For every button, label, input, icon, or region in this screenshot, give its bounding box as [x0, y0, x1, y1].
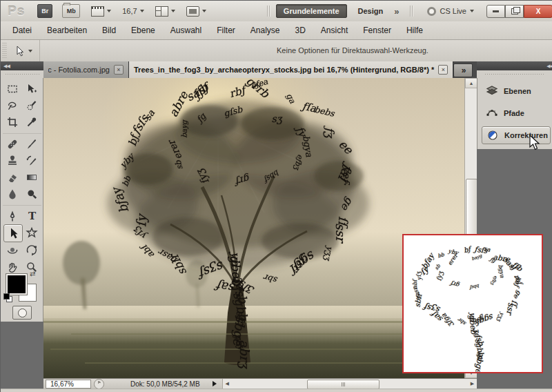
quick-mask-button[interactable] [12, 306, 32, 320]
workspace-switcher: GrundelementeDesign [276, 4, 394, 18]
tools-separator [3, 130, 41, 134]
quick-selection-tool[interactable] [23, 97, 41, 114]
tab-close-button[interactable]: × [438, 65, 448, 75]
menu-bearbeiten[interactable]: Bearbeiten [39, 23, 95, 38]
bridge-button[interactable]: Br [37, 4, 52, 18]
menu-fenster[interactable]: Fenster [355, 23, 399, 38]
panel-button-pfade[interactable]: Pfade [482, 104, 551, 122]
screen-mode-dropdown[interactable] [186, 6, 206, 17]
history-brush-tool[interactable] [23, 153, 41, 169]
pen-tool[interactable] [3, 208, 21, 224]
tools-collapse-button[interactable]: ◀◀ [1, 61, 46, 70]
mini-bridge-button[interactable]: Mb [62, 4, 80, 18]
spot-healing-tool[interactable] [3, 136, 21, 153]
calligraphy-swirl: sbr [457, 317, 466, 326]
rectangular-marquee-icon [6, 83, 19, 95]
calligraphy-swirl: yʒʒ [495, 311, 504, 322]
chevron-down-icon [28, 50, 32, 52]
path-selection-tool[interactable] [3, 224, 23, 242]
calligraphy-swirl: sasƒ [502, 256, 518, 271]
collapse-left-icon: ◀◀ [3, 63, 10, 69]
view-extras-icon [155, 6, 168, 17]
tools-panel-grip[interactable] [1, 70, 43, 78]
tool-preset-picker[interactable] [7, 40, 40, 61]
direct-select-cursor-icon [14, 46, 25, 57]
status-proxy-icon[interactable] [94, 379, 104, 389]
custom-shape-tool[interactable] [23, 224, 41, 241]
titlebar-grip [410, 6, 413, 17]
eyedropper-tool[interactable] [23, 114, 41, 130]
menu-bild[interactable]: Bild [95, 23, 124, 38]
svg-text:T: T [28, 210, 37, 222]
zoom-percent-field[interactable]: 16,67% [46, 380, 91, 389]
workspace-button-design[interactable]: Design [351, 5, 391, 17]
zoom-level-dropdown[interactable]: 16,7 [122, 7, 144, 15]
document-canvas[interactable]: yeƒgeſſssryʒʒsggſʒsrsbrʒƒgasaƒsʒsƒsbſrba… [43, 78, 464, 378]
default-colors-icon[interactable] [3, 293, 10, 300]
chevron-down-icon [171, 10, 175, 12]
panel-button-ebenen[interactable]: Ebenen [482, 82, 551, 100]
workspace-button-grundelemente[interactable]: Grundelemente [276, 4, 347, 18]
document-tab-1[interactable]: Trees_in_the_fog3_by_archaeopteryx_stock… [129, 61, 453, 78]
calligraphy-swirl: ʒe [473, 328, 481, 337]
blur-icon [6, 188, 19, 200]
lasso-tool[interactable] [3, 97, 21, 114]
gradient-tool[interactable] [23, 169, 41, 186]
zoom-level-value: 16,7 [122, 7, 137, 15]
scroll-up-icon[interactable]: ▲ [465, 78, 477, 88]
minimize-button[interactable] [486, 5, 505, 18]
spot-healing-icon [6, 138, 19, 150]
launch-bridge-dropdown[interactable] [91, 6, 111, 17]
dock-collapse-button[interactable]: ◀◀ [477, 61, 552, 70]
calligraphy-swirl: ſy [420, 266, 431, 277]
tab-overflow-button[interactable]: » [453, 63, 473, 77]
chevron-down-icon [202, 10, 206, 12]
color-swatches: ⇄ [5, 271, 39, 302]
clone-stamp-tool[interactable] [3, 153, 21, 169]
move-tool[interactable] [23, 81, 41, 97]
view-extras-dropdown[interactable] [155, 6, 175, 17]
foreground-color-swatch[interactable] [6, 274, 27, 295]
cs-live-dropdown[interactable]: CS Live [427, 7, 474, 16]
menu-auswahl[interactable]: Auswahl [163, 23, 209, 38]
menu-3d[interactable]: 3D [288, 23, 313, 38]
workspace-overflow-button[interactable]: » [394, 6, 397, 17]
eraser-tool[interactable] [3, 169, 21, 186]
quick-mask-icon [18, 308, 27, 317]
scroll-right-icon[interactable]: ▶ [468, 379, 477, 389]
tab-close-button[interactable]: × [114, 65, 124, 75]
status-options-arrow[interactable] [213, 381, 217, 386]
menu-hilfe[interactable]: Hilfe [399, 23, 431, 38]
document-tab-0[interactable]: c - Fotolia.com.jpg× [43, 61, 129, 78]
brush-tool[interactable] [23, 136, 41, 153]
swap-colors-icon[interactable]: ⇄ [30, 270, 35, 277]
menu-datei[interactable]: Datei [5, 23, 39, 38]
calligraphy-swirl: eƒb [476, 351, 483, 361]
menu-ansicht[interactable]: Ansicht [313, 23, 355, 38]
calligraphy-swirl: yeƒ [514, 276, 522, 287]
3d-object-rotate-tool[interactable] [3, 242, 21, 259]
close-button[interactable]: X [524, 5, 552, 18]
right-dock-grip[interactable] [477, 70, 552, 78]
blur-tool[interactable] [3, 186, 21, 202]
horizontal-scroll-thumb[interactable] [307, 380, 379, 389]
crop-tool[interactable] [3, 114, 21, 130]
horizontal-scrollbar[interactable]: ◀ ▶ [222, 379, 477, 389]
3d-camera-rotate-tool[interactable] [23, 242, 41, 259]
scroll-left-icon[interactable]: ◀ [223, 379, 232, 389]
dodge-tool[interactable] [23, 186, 41, 202]
status-bar: 16,67% Dok: 50,0 MB/54,2 MB ◀ ▶ [43, 378, 477, 389]
calligraphy-swirl: basr [413, 286, 422, 300]
rectangular-marquee-tool[interactable] [3, 81, 21, 97]
calligraphy-swirl: gbeb [468, 315, 477, 335]
pen-icon [6, 210, 19, 222]
restore-button[interactable] [505, 5, 524, 18]
calligraphy-swirl: erer [446, 253, 458, 266]
calligraphy-swirl: sb [434, 264, 442, 271]
panel-label: Pfade [504, 109, 524, 117]
menu-ebene[interactable]: Ebene [124, 23, 163, 38]
calligraphy-swirl: sʒsƒ [424, 302, 442, 314]
menu-filter[interactable]: Filter [209, 23, 243, 38]
type-tool[interactable]: T [23, 208, 41, 224]
menu-analyse[interactable]: Analyse [243, 23, 288, 38]
